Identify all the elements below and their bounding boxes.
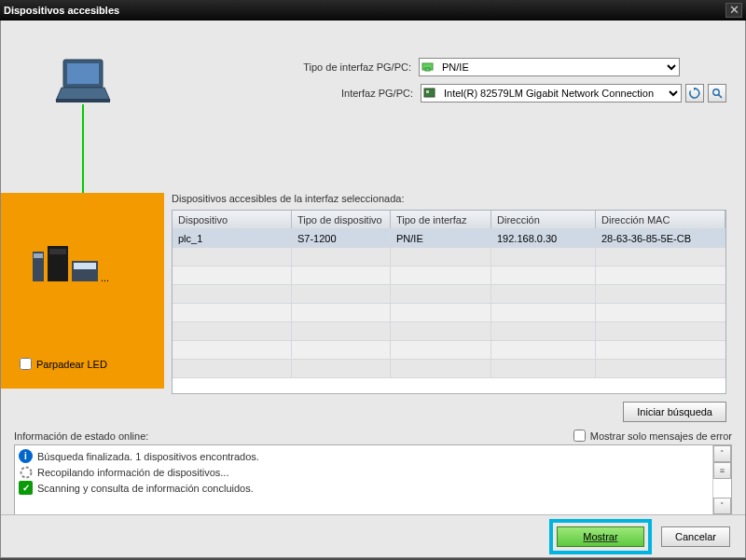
cell-devtype: S7-1200 — [292, 229, 391, 247]
blink-led-checkbox[interactable]: Parpadear LED — [20, 358, 107, 370]
table-row[interactable]: plc_1 S7-1200 PN/IE 192.168.0.30 28-63-3… — [173, 229, 725, 248]
svg-rect-16 — [74, 263, 96, 269]
svg-rect-6 — [424, 89, 435, 97]
table-empty-row — [173, 248, 725, 266]
mid-area: ... Parpadear LED Dispositivos accesible… — [1, 193, 745, 394]
svg-rect-3 — [56, 99, 110, 102]
connection-line — [82, 104, 84, 193]
blink-led-input[interactable] — [20, 358, 32, 370]
interface-type-row: Tipo de interfaz PG/PC: PN/IE — [164, 58, 726, 76]
devices-table-area: Dispositivos accesibles de la interfaz s… — [164, 193, 745, 394]
col-addr[interactable]: Dirección — [491, 211, 596, 228]
interface-type-label: Tipo de interfaz PG/PC: — [297, 61, 419, 73]
svg-rect-14 — [49, 249, 66, 254]
start-search-button[interactable]: Iniciar búsqueda — [623, 402, 726, 422]
scroll-down-icon[interactable]: ˅ — [713, 498, 731, 514]
svg-text:...: ... — [101, 272, 109, 283]
dialog-content: Tipo de interfaz PG/PC: PN/IE Interfaz P… — [0, 20, 746, 558]
svg-marker-2 — [56, 88, 110, 101]
laptop-icon — [50, 58, 116, 104]
status-text: Scanning y consulta de información concl… — [37, 483, 254, 494]
status-item: ✓ Scanning y consulta de información con… — [19, 480, 709, 496]
interface-select-wrap: Intel(R) 82579LM Gigabit Network Connect… — [421, 84, 682, 102]
svg-rect-7 — [426, 90, 429, 93]
show-button-highlight: Mostrar — [549, 519, 652, 554]
top-area: Tipo de interfaz PG/PC: PN/IE Interfaz P… — [1, 20, 745, 193]
interface-row: Interfaz PG/PC: Intel(R) 82579LM Gigabit… — [164, 84, 726, 102]
status-text: Búsqueda finalizada. 1 dispositivos enco… — [37, 451, 259, 462]
svg-point-9 — [713, 89, 719, 95]
search-icon[interactable] — [708, 84, 726, 102]
interface-label: Interfaz PG/PC: — [299, 88, 421, 99]
table-empty-row — [173, 322, 725, 341]
cell-iftype: PN/IE — [391, 229, 491, 247]
errors-only-label: Mostrar solo mensajes de error — [590, 430, 732, 442]
network-diagram — [1, 30, 164, 193]
cancel-button[interactable]: Cancelar — [661, 526, 730, 547]
table-empty-row — [173, 341, 725, 360]
col-mac[interactable]: Dirección MAC — [596, 211, 725, 228]
table-empty-row — [173, 304, 725, 322]
status-text: Recopilando información de dispositivos.… — [37, 467, 228, 478]
interface-type-select[interactable]: PN/IE — [419, 58, 680, 76]
search-button-row: Iniciar búsqueda — [1, 394, 745, 426]
check-icon: ✓ — [19, 481, 33, 495]
scroll-up-icon[interactable]: ˄ — [713, 445, 731, 462]
nic-icon — [423, 87, 435, 99]
table-empty-row — [173, 285, 725, 304]
svg-rect-1 — [67, 63, 99, 84]
col-device[interactable]: Dispositivo — [173, 211, 292, 228]
status-box: i Búsqueda finalizada. 1 dispositivos en… — [14, 444, 732, 515]
close-icon[interactable]: ✕ — [725, 3, 742, 18]
svg-point-18 — [21, 467, 31, 477]
svg-rect-12 — [34, 253, 43, 258]
errors-only-input[interactable] — [573, 430, 586, 442]
scroll-menu-icon[interactable]: ≡ — [713, 462, 731, 479]
status-scrollbar: ˄ ≡ ˅ — [712, 445, 731, 514]
svg-rect-5 — [425, 68, 430, 71]
titlebar: Dispositivos accesibles ✕ — [0, 0, 746, 20]
progress-icon — [19, 465, 33, 479]
status-item: Recopilando información de dispositivos.… — [19, 464, 709, 480]
show-button[interactable]: Mostrar — [557, 526, 644, 547]
dialog-title: Dispositivos accesibles — [4, 5, 725, 16]
devices-table: Dispositivo Tipo de dispositivo Tipo de … — [172, 210, 726, 394]
config-panel: Tipo de interfaz PG/PC: PN/IE Interfaz P… — [164, 30, 745, 193]
network-plug-icon — [421, 61, 434, 73]
interface-select[interactable]: Intel(R) 82579LM Gigabit Network Connect… — [421, 84, 682, 102]
status-heading: Información de estado online: — [14, 430, 573, 442]
errors-only-checkbox[interactable]: Mostrar solo mensajes de error — [573, 430, 732, 442]
cell-addr: 192.168.0.30 — [491, 229, 596, 247]
blink-led-label: Parpadear LED — [36, 359, 107, 370]
interface-type-select-wrap: PN/IE — [419, 58, 680, 76]
status-item: i Búsqueda finalizada. 1 dispositivos en… — [19, 448, 709, 464]
device-visual-panel: ... Parpadear LED — [1, 193, 164, 389]
col-devtype[interactable]: Tipo de dispositivo — [292, 211, 391, 228]
table-caption: Dispositivos accesibles de la interfaz s… — [172, 193, 726, 204]
cell-device: plc_1 — [173, 229, 292, 247]
svg-line-10 — [719, 95, 723, 99]
refresh-icon[interactable] — [685, 84, 704, 102]
status-header: Información de estado online: Mostrar so… — [14, 430, 732, 442]
table-header-row: Dispositivo Tipo de dispositivo Tipo de … — [173, 211, 725, 229]
cell-mac: 28-63-36-85-5E-CB — [596, 229, 725, 247]
info-icon: i — [19, 449, 33, 463]
status-section: Información de estado online: Mostrar so… — [1, 426, 745, 515]
plc-devices-icon: ... — [29, 244, 113, 286]
table-empty-row — [173, 266, 725, 285]
bottom-bar: Mostrar Cancelar — [1, 514, 745, 557]
status-list: i Búsqueda finalizada. 1 dispositivos en… — [15, 445, 712, 514]
table-empty-row — [173, 360, 725, 378]
col-iftype[interactable]: Tipo de interfaz — [391, 211, 491, 228]
